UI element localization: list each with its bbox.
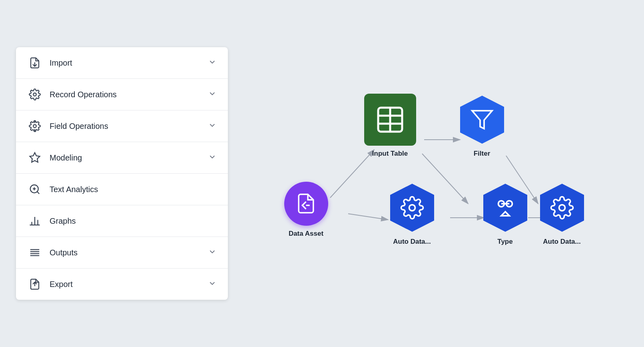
- sidebar-label-field-operations: Field Operations: [50, 122, 208, 131]
- chevron-field-operations: [208, 121, 217, 132]
- data-asset-shape: [284, 182, 328, 226]
- workflow-arrows: [256, 62, 600, 286]
- data-asset-node[interactable]: Data Asset: [284, 182, 328, 238]
- sidebar-label-text-analytics: Text Analytics: [50, 185, 217, 194]
- field-operations-icon: [27, 118, 42, 134]
- sidebar-item-export[interactable]: Export: [16, 269, 228, 300]
- workflow-container: Data Asset Input Table: [256, 62, 600, 286]
- auto-data-2-node[interactable]: Auto Data...: [536, 182, 588, 246]
- auto-data-1-icon: [400, 196, 424, 220]
- input-table-shape: [364, 94, 416, 146]
- auto-data-2-shape: [536, 182, 588, 234]
- sidebar-item-modeling[interactable]: Modeling: [16, 142, 228, 174]
- sidebar-label-import: Import: [50, 58, 208, 68]
- data-asset-icon: [295, 193, 317, 215]
- svg-point-1: [33, 124, 36, 128]
- chevron-outputs: [208, 247, 217, 258]
- main-container: Import Record Operations Field Operation…: [0, 0, 644, 347]
- type-icon: [493, 196, 517, 220]
- record-operations-icon: [27, 87, 42, 102]
- filter-node[interactable]: Filter: [456, 94, 508, 158]
- chevron-export: [208, 279, 217, 290]
- svg-marker-37: [501, 212, 509, 216]
- sidebar-label-graphs: Graphs: [50, 217, 217, 226]
- auto-data-1-label: Auto Data...: [393, 238, 431, 246]
- sidebar-label-modeling: Modeling: [50, 153, 208, 162]
- canvas-area: Data Asset Input Table: [228, 8, 628, 339]
- data-asset-label: Data Asset: [289, 230, 323, 238]
- svg-marker-4: [30, 153, 40, 162]
- chevron-modeling: [208, 152, 217, 163]
- svg-marker-31: [472, 110, 492, 128]
- sidebar-item-text-analytics[interactable]: Text Analytics: [16, 174, 228, 205]
- input-table-label: Input Table: [372, 150, 408, 158]
- svg-line-6: [37, 192, 39, 194]
- graphs-icon: [27, 213, 42, 229]
- svg-point-40: [559, 205, 565, 211]
- sidebar-item-graphs[interactable]: Graphs: [16, 205, 228, 237]
- type-node[interactable]: Type: [479, 182, 531, 246]
- input-table-node[interactable]: Input Table: [364, 94, 416, 158]
- sidebar-label-export: Export: [50, 280, 208, 289]
- filter-label: Filter: [474, 150, 490, 158]
- sidebar-item-outputs[interactable]: Outputs: [16, 237, 228, 269]
- chevron-record-operations: [208, 89, 217, 100]
- sidebar-item-record-operations[interactable]: Record Operations: [16, 79, 228, 110]
- sidebar: Import Record Operations Field Operation…: [16, 47, 228, 300]
- export-icon: [27, 277, 42, 292]
- import-icon: [27, 55, 42, 70]
- sidebar-label-record-operations: Record Operations: [50, 90, 208, 99]
- sidebar-item-import[interactable]: Import: [16, 47, 228, 79]
- type-label: Type: [497, 238, 512, 246]
- svg-line-19: [348, 214, 388, 220]
- filter-icon: [470, 108, 494, 132]
- auto-data-2-icon: [550, 196, 574, 220]
- svg-point-0: [33, 93, 36, 96]
- auto-data-1-node[interactable]: Auto Data...: [386, 182, 438, 246]
- sidebar-item-field-operations[interactable]: Field Operations: [16, 110, 228, 142]
- input-table-icon: [374, 104, 406, 136]
- chevron-import: [208, 58, 217, 68]
- sidebar-label-outputs: Outputs: [50, 248, 208, 257]
- modeling-icon: [27, 150, 42, 165]
- type-shape: [479, 182, 531, 234]
- auto-data-1-shape: [386, 182, 438, 234]
- auto-data-2-label: Auto Data...: [543, 238, 580, 246]
- svg-point-33: [409, 205, 415, 211]
- filter-shape: [456, 94, 508, 146]
- outputs-icon: [27, 245, 42, 260]
- text-analytics-icon: [27, 182, 42, 197]
